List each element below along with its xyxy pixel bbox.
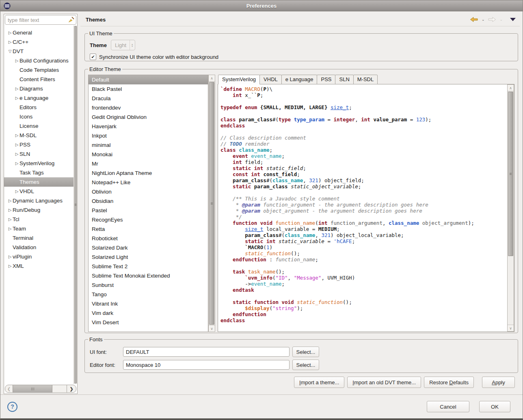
filter-input[interactable] <box>7 17 68 24</box>
ui-font-select-button[interactable]: Select... <box>292 347 319 357</box>
editor-font-select-button[interactable]: Select... <box>292 360 319 370</box>
tree-item-code-templates[interactable]: Code Templates <box>4 65 73 75</box>
theme-list-item[interactable]: Roboticket <box>89 234 208 243</box>
theme-list-scrollbar[interactable]: ∧ ∨ <box>208 75 215 332</box>
tree-item-tcl[interactable]: ▷Tcl <box>4 215 73 224</box>
import-theme-button[interactable]: Import a theme... <box>294 377 344 388</box>
tree-item-vhdl[interactable]: ▷VHDL <box>4 187 73 196</box>
tree-collapsed-icon[interactable]: ▷ <box>14 86 19 91</box>
tree-vertical-scrollbar-thumb[interactable] <box>74 26 77 383</box>
tree-collapsed-icon[interactable]: ▷ <box>7 198 13 203</box>
editor-font-input[interactable] <box>123 360 290 370</box>
tree-collapsed-icon[interactable]: ▷ <box>14 133 19 138</box>
tab-systemverilog[interactable]: SystemVerilog <box>218 75 260 84</box>
theme-list-item[interactable]: frontenddev <box>89 103 208 112</box>
tree-item-themes[interactable]: Themes <box>4 177 73 187</box>
theme-list-item[interactable]: Sublime Text Monokai Extended <box>89 271 208 280</box>
tree-collapsed-icon[interactable]: ▷ <box>7 208 13 212</box>
theme-list-item[interactable]: Notepad++ Like <box>89 178 208 187</box>
theme-list-item[interactable]: Dracula <box>89 94 208 103</box>
tree-item-dvt[interactable]: ▽DVT <box>4 47 73 56</box>
tree-item-build-configurations[interactable]: ▷Build Configurations <box>4 56 73 65</box>
tree-horizontal-scrollbar[interactable]: ❮ ❯ <box>5 385 76 393</box>
tree-item-diagrams[interactable]: ▷Diagrams <box>4 84 73 93</box>
tree-item-sln[interactable]: ▷SLN <box>4 149 73 159</box>
tree-collapsed-icon[interactable]: ▷ <box>7 30 13 35</box>
tree-item-task-tags[interactable]: Task Tags <box>4 168 73 177</box>
back-history-dropdown-icon[interactable]: ⌄ <box>482 18 485 22</box>
tree-collapsed-icon[interactable]: ▷ <box>14 189 19 194</box>
theme-list-item[interactable]: minimal <box>89 140 208 150</box>
tab-e-language[interactable]: e Language <box>281 75 318 84</box>
tree-item-license[interactable]: License <box>4 121 73 131</box>
tree-item-viplugin[interactable]: ▷viPlugin <box>4 252 73 261</box>
help-icon[interactable]: ? <box>7 402 17 412</box>
theme-list-item[interactable]: Solarized Light <box>89 252 208 262</box>
code-scrollbar[interactable]: ∧ ∨ <box>507 84 514 332</box>
tree-collapsed-icon[interactable]: ▷ <box>7 254 13 259</box>
import-old-dvt-theme-button[interactable]: Import an old DVT theme... <box>347 377 421 388</box>
tree-collapsed-icon[interactable]: ▷ <box>14 96 19 100</box>
theme-list-item[interactable]: Monokai <box>89 150 208 159</box>
scroll-down-icon[interactable]: ∨ <box>209 325 215 332</box>
tree-item-icons[interactable]: Icons <box>4 112 73 121</box>
theme-list-item[interactable]: Inkpot <box>89 131 208 140</box>
sync-theme-checkbox[interactable]: ✔ <box>90 54 96 60</box>
tree-item-e-language[interactable]: ▷e Language <box>4 93 73 103</box>
theme-list-item[interactable]: Oblivion <box>89 187 208 196</box>
code-scrollbar-thumb[interactable] <box>508 92 513 256</box>
theme-list-item[interactable]: Mr <box>89 159 208 168</box>
tree-collapsed-icon[interactable]: ▷ <box>7 264 13 268</box>
restore-defaults-button[interactable]: Restore Defaults <box>424 377 474 388</box>
theme-list-item[interactable]: Havenjark <box>89 122 208 131</box>
tab-vhdl[interactable]: VHDL <box>259 75 282 84</box>
tree-item-validation[interactable]: Validation <box>4 243 73 252</box>
tree-collapsed-icon[interactable]: ▷ <box>7 40 13 44</box>
scroll-down-icon[interactable]: ∨ <box>508 325 514 331</box>
theme-list-item[interactable]: Obsidian <box>89 196 208 206</box>
forward-icon[interactable] <box>488 16 496 23</box>
clear-filter-icon[interactable] <box>68 17 74 23</box>
theme-select[interactable]: Light ▴▾ <box>111 40 135 50</box>
theme-list-scrollbar-thumb[interactable] <box>209 82 214 325</box>
theme-list-item[interactable]: NightLion Aptana Theme <box>89 168 208 178</box>
tree-collapsed-icon[interactable]: ▷ <box>14 152 19 156</box>
ok-button[interactable]: OK <box>479 401 510 412</box>
theme-list-item[interactable]: Sublime Text 2 <box>89 262 208 271</box>
tree-collapsed-icon[interactable]: ▷ <box>7 217 13 222</box>
ui-font-input[interactable] <box>123 347 290 357</box>
theme-list-item[interactable]: RecognEyes <box>89 215 208 224</box>
tab-pss[interactable]: PSS <box>317 75 335 84</box>
tree-item-dynamic-languages[interactable]: ▷Dynamic Languages <box>4 196 73 205</box>
tree-collapsed-icon[interactable]: ▷ <box>14 161 19 166</box>
tree-item-run-debug[interactable]: ▷Run/Debug <box>4 205 73 215</box>
theme-list-item[interactable]: Sunburst <box>89 280 208 290</box>
theme-list-item[interactable]: Vim dark <box>89 308 208 318</box>
tree-item-m-sdl[interactable]: ▷M-SDL <box>4 131 73 140</box>
theme-list-item[interactable]: Solarized Dark <box>89 243 208 252</box>
tree-item-team[interactable]: ▷Team <box>4 224 73 233</box>
tree-horizontal-scrollbar-thumb[interactable] <box>13 385 52 392</box>
theme-list-item[interactable]: Default <box>89 75 208 84</box>
view-menu-icon[interactable] <box>510 18 516 21</box>
tree-collapsed-icon[interactable]: ▷ <box>14 58 19 63</box>
tree-item-systemverilog[interactable]: ▷SystemVerilog <box>4 159 73 168</box>
scroll-right-icon[interactable]: ❯ <box>67 385 76 392</box>
theme-list-item[interactable]: Gedit Original Oblivion <box>89 112 208 122</box>
apply-button[interactable]: Apply <box>482 377 515 388</box>
theme-list-item[interactable]: Tango <box>89 290 208 299</box>
tree-item-c-c-[interactable]: ▷C/C++ <box>4 37 73 47</box>
theme-list-item[interactable]: Black Pastel <box>89 84 208 94</box>
tree-expanded-icon[interactable]: ▽ <box>7 49 13 54</box>
tree-collapsed-icon[interactable]: ▷ <box>7 226 13 231</box>
scroll-up-icon[interactable]: ∧ <box>209 75 215 82</box>
theme-list-item[interactable]: Vibrant Ink <box>89 299 208 308</box>
tree-item-xml[interactable]: ▷XML <box>4 261 73 271</box>
back-icon[interactable] <box>470 16 478 23</box>
tree-item-terminal[interactable]: Terminal <box>4 233 73 243</box>
forward-history-dropdown-icon[interactable]: ⌄ <box>499 18 503 22</box>
scroll-left-icon[interactable]: ❮ <box>5 385 13 392</box>
tab-sln[interactable]: SLN <box>335 75 353 84</box>
theme-list-item[interactable]: Pastel <box>89 206 208 215</box>
cancel-button[interactable]: Cancel <box>427 401 469 412</box>
